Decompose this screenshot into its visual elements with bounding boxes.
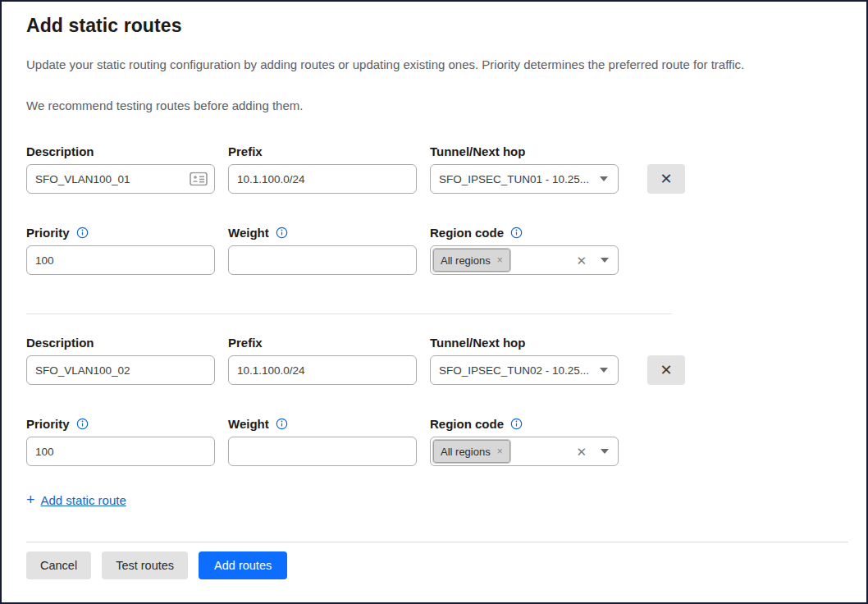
region-label: Region code <box>430 226 619 240</box>
priority-label: Priority <box>26 417 215 431</box>
contact-card-icon[interactable] <box>190 172 208 186</box>
region-chip-label: All regions <box>441 446 491 458</box>
region-field-group: Region code All regions × <box>430 417 619 466</box>
description-label: Description <box>26 144 215 158</box>
section-divider <box>26 313 672 314</box>
tunnel-label: Tunnel/Next hop <box>430 144 619 158</box>
info-icon[interactable] <box>510 418 523 430</box>
remove-route-button[interactable]: ✕ <box>647 164 685 194</box>
region-field-group: Region code All regions × <box>430 226 619 275</box>
info-icon[interactable] <box>276 418 288 430</box>
tunnel-field-group: Tunnel/Next hop SFO_IPSEC_TUN02 - 10.25.… <box>430 336 619 385</box>
region-chip-label: All regions <box>441 254 491 267</box>
prefix-label: Prefix <box>228 336 417 350</box>
clear-selection-icon[interactable]: ✕ <box>576 446 587 458</box>
plus-icon: + <box>26 492 35 509</box>
tunnel-select-value: SFO_IPSEC_TUN01 - 10.25... <box>439 173 600 185</box>
cancel-button[interactable]: Cancel <box>26 551 91 579</box>
description-input[interactable] <box>26 355 215 385</box>
route1-secondary-row: Priority Weight <box>26 226 842 275</box>
description-field-group: Description <box>26 144 215 194</box>
route-section-2: Description Prefix Tunnel/Next hop SFO_I… <box>26 336 842 466</box>
weight-field-group: Weight <box>228 226 417 275</box>
tunnel-label: Tunnel/Next hop <box>430 336 619 350</box>
prefix-field-group: Prefix <box>228 336 417 385</box>
description-field-group: Description <box>26 336 215 385</box>
region-chip: All regions × <box>433 249 510 272</box>
priority-label: Priority <box>26 226 215 240</box>
chip-remove-icon[interactable]: × <box>497 446 503 456</box>
add-static-routes-dialog: Add static routes Update your static rou… <box>2 2 866 579</box>
route2-secondary-row: Priority Weight <box>26 417 842 466</box>
description-input[interactable] <box>26 164 215 194</box>
chip-remove-icon[interactable]: × <box>497 255 503 265</box>
chevron-down-icon <box>601 258 609 263</box>
add-routes-button[interactable]: Add routes <box>199 551 287 579</box>
route2-main-row: Description Prefix Tunnel/Next hop SFO_I… <box>26 336 842 385</box>
weight-input[interactable] <box>228 245 417 275</box>
info-icon[interactable] <box>76 226 89 239</box>
weight-label: Weight <box>228 226 417 240</box>
route1-main-row: Description <box>26 144 842 194</box>
clear-selection-icon[interactable]: ✕ <box>576 254 587 267</box>
region-chip: All regions × <box>433 440 510 463</box>
chevron-down-icon <box>601 449 609 454</box>
recommendation-text: We recommend testing routes before addin… <box>26 98 842 114</box>
info-icon[interactable] <box>76 418 89 430</box>
priority-input[interactable] <box>26 437 215 466</box>
remove-route-button[interactable]: ✕ <box>647 355 685 385</box>
prefix-field-group: Prefix <box>228 144 417 194</box>
weight-label: Weight <box>228 417 417 431</box>
add-static-route-link[interactable]: + Add static route <box>26 492 126 509</box>
region-label: Region code <box>430 417 619 431</box>
route-section-1: Description <box>26 144 842 275</box>
weight-field-group: Weight <box>228 417 417 466</box>
close-icon: ✕ <box>660 170 672 188</box>
tunnel-select-value: SFO_IPSEC_TUN02 - 10.25... <box>439 364 600 377</box>
prefix-input[interactable] <box>228 164 417 194</box>
intro-text: Update your static routing configuration… <box>26 57 842 73</box>
tunnel-field-group: Tunnel/Next hop SFO_IPSEC_TUN01 - 10.25.… <box>430 144 619 194</box>
close-icon: ✕ <box>660 361 672 379</box>
weight-input[interactable] <box>228 437 417 466</box>
info-icon[interactable] <box>276 226 288 239</box>
chevron-down-icon <box>600 368 608 373</box>
add-static-route-label: Add static route <box>41 493 126 507</box>
tunnel-select[interactable]: SFO_IPSEC_TUN01 - 10.25... <box>430 164 619 194</box>
prefix-label: Prefix <box>228 144 417 158</box>
tunnel-select[interactable]: SFO_IPSEC_TUN02 - 10.25... <box>430 355 619 385</box>
chevron-down-icon <box>600 176 608 181</box>
prefix-input[interactable] <box>228 355 417 385</box>
priority-input[interactable] <box>26 245 215 275</box>
page-title: Add static routes <box>26 15 842 37</box>
footer-divider <box>26 542 848 542</box>
dialog-footer: Cancel Test routes Add routes <box>26 551 842 579</box>
region-multiselect[interactable]: All regions × ✕ <box>430 437 619 466</box>
region-multiselect[interactable]: All regions × ✕ <box>430 245 619 275</box>
description-label: Description <box>26 336 215 350</box>
test-routes-button[interactable]: Test routes <box>102 551 188 579</box>
priority-field-group: Priority <box>26 417 215 466</box>
info-icon[interactable] <box>510 226 523 239</box>
priority-field-group: Priority <box>26 226 215 275</box>
